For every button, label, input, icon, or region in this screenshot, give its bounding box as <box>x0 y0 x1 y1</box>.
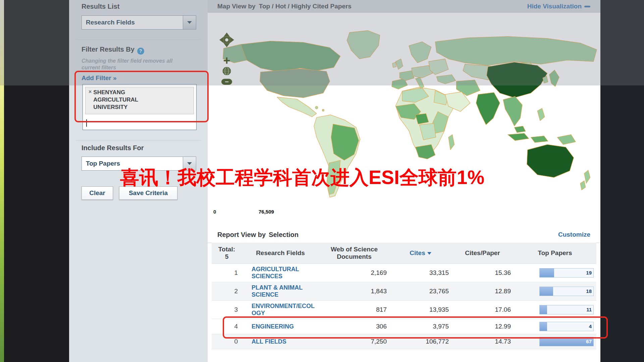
top-papers-bar: 4 <box>539 322 594 331</box>
filter-chip-label: SHENYANG AGRICULTURAL UNIVERSITY <box>93 89 157 111</box>
sidebar: Results List Research Fields Filter Resu… <box>69 0 208 362</box>
row-rank: 2 <box>212 288 242 295</box>
cites-per-paper-value: 17.06 <box>451 306 514 313</box>
column-header-top-papers[interactable]: Top Papers <box>514 249 596 257</box>
results-type-select-value: Research Fields <box>82 19 183 26</box>
world-map[interactable] <box>218 28 600 207</box>
globe-icon[interactable] <box>222 66 231 77</box>
filter-note-line1: Changing the filter field removes all <box>82 58 172 64</box>
filter-note: Changing the filter field removes all cu… <box>82 58 172 71</box>
top-papers-cell: 18 <box>514 287 596 296</box>
table-row-engineering: 4 ENGINEERING 306 3,975 12.99 4 <box>212 319 596 334</box>
research-field-link[interactable]: ALL FIELDS <box>252 338 286 345</box>
filter-results-title: Filter Results By? <box>82 46 144 55</box>
top-papers-bar: 19 <box>539 268 594 278</box>
top-papers-count: 19 <box>586 270 592 276</box>
top-papers-bar: 67 <box>539 337 594 346</box>
include-results-title: Include Results For <box>82 144 144 152</box>
report-header: Report View by Selection Customize <box>208 227 600 243</box>
research-field-link[interactable]: ENGINEERING <box>252 323 294 330</box>
column-header-documents[interactable]: Web of Science Documents <box>319 246 389 260</box>
cites-per-paper-value: 12.89 <box>451 288 514 295</box>
left-dark-band <box>4 0 69 362</box>
esi-screen: Results List Research Fields Filter Resu… <box>0 0 644 362</box>
close-icon[interactable]: × <box>89 89 92 95</box>
include-results-select-value: Top Papers <box>82 160 183 167</box>
docs-value: 7,250 <box>319 338 389 345</box>
clear-button[interactable]: Clear <box>82 186 113 200</box>
docs-value: 1,843 <box>319 288 389 295</box>
wallpaper-strip <box>0 0 4 362</box>
add-filter-link[interactable]: Add Filter » <box>82 74 117 82</box>
pan-control[interactable] <box>219 32 234 48</box>
map-view-subtitle: Top / Hot / Highly Cited Papers <box>259 3 352 10</box>
column-header-cites-per-paper[interactable]: Cites/Paper <box>451 249 514 257</box>
top-papers-count: 67 <box>586 339 592 344</box>
row-rank: 4 <box>212 323 242 330</box>
research-field-link[interactable]: AGRICULTURAL SCIENCES <box>252 266 299 280</box>
report-table: Total: 5 Research Fields Web of Science … <box>212 243 596 349</box>
top-papers-cell: 19 <box>514 268 596 278</box>
cites-value: 106,772 <box>389 338 451 345</box>
customize-link[interactable]: Customize <box>558 231 590 238</box>
documents-header-line2: Documents <box>319 253 389 260</box>
chevron-down-icon <box>183 157 196 170</box>
docs-value: 817 <box>319 306 389 313</box>
column-header-cites[interactable]: Cites <box>389 249 451 257</box>
report-view-title: Report View by <box>217 231 266 239</box>
sort-desc-icon <box>427 252 431 255</box>
map-legend: 0 76,509 <box>212 207 296 217</box>
cites-per-paper-value: 15.36 <box>451 269 514 277</box>
filter-chip[interactable]: ×SHENYANG AGRICULTURAL UNIVERSITY <box>85 87 194 114</box>
total-label: Total: <box>212 246 242 253</box>
table-row: 0 ALL FIELDS 7,250 106,772 14.73 67 <box>212 334 596 349</box>
documents-header-line1: Web of Science <box>319 246 389 253</box>
top-papers-bar: 18 <box>539 287 594 296</box>
hide-visualization-label: Hide Visualization <box>527 3 582 10</box>
row-rank: 1 <box>212 269 242 277</box>
top-papers-bar-fill <box>540 305 547 314</box>
table-header-row: Total: 5 Research Fields Web of Science … <box>212 243 596 263</box>
docs-value: 306 <box>319 323 389 330</box>
top-papers-bar: 11 <box>539 305 594 314</box>
report-view-subtitle: Selection <box>269 231 299 239</box>
map-visualization: + − 0 76,509 <box>208 13 600 227</box>
zoom-out-button[interactable]: − <box>221 79 232 85</box>
top-papers-cell: 11 <box>514 305 596 314</box>
results-list-title: Results List <box>82 3 119 10</box>
help-icon[interactable]: ? <box>137 48 144 55</box>
map-header: Map View by Top / Hot / Highly Cited Pap… <box>208 0 600 13</box>
top-papers-bar-fill <box>540 287 553 296</box>
research-field-link[interactable]: PLANT & ANIMAL SCIENCE <box>252 284 303 298</box>
research-field-link[interactable]: ENVIRONMENT/ECOLOGY <box>252 303 315 316</box>
cites-per-paper-value: 12.99 <box>451 323 514 330</box>
top-papers-count: 11 <box>586 307 592 312</box>
cites-value: 23,765 <box>389 288 451 295</box>
include-results-select[interactable]: Top Papers <box>82 157 196 171</box>
top-papers-count: 18 <box>586 288 592 294</box>
save-criteria-button[interactable]: Save Criteria <box>119 186 177 200</box>
top-papers-bar-fill <box>540 322 547 331</box>
right-dark-band <box>600 0 644 362</box>
top-papers-cell: 67 <box>514 337 596 346</box>
row-rank: 0 <box>212 338 242 345</box>
filter-input-box[interactable]: ×SHENYANG AGRICULTURAL UNIVERSITY <box>83 84 197 130</box>
sidebar-divider <box>76 40 201 40</box>
cites-per-paper-value: 14.73 <box>451 338 514 345</box>
filter-results-label: Filter Results By <box>82 46 135 53</box>
cites-value: 3,975 <box>389 323 451 330</box>
top-papers-cell: 4 <box>514 322 596 331</box>
top-papers-bar-fill <box>540 337 593 346</box>
column-header-research-fields[interactable]: Research Fields <box>242 249 319 257</box>
top-papers-count: 4 <box>589 323 592 329</box>
minus-icon <box>584 6 590 7</box>
cites-value: 33,315 <box>389 269 451 277</box>
docs-value: 2,169 <box>319 269 389 277</box>
table-row: 3 ENVIRONMENT/ECOLOGY 817 13,935 17.06 1… <box>212 300 596 319</box>
hide-visualization-link[interactable]: Hide Visualization <box>527 3 590 10</box>
zoom-in-button[interactable]: + <box>223 56 230 65</box>
table-row: 2 PLANT & ANIMAL SCIENCE 1,843 23,765 12… <box>212 282 596 300</box>
results-type-select[interactable]: Research Fields <box>82 15 196 29</box>
text-caret <box>86 119 87 127</box>
filter-note-line2: current filters <box>82 64 172 71</box>
